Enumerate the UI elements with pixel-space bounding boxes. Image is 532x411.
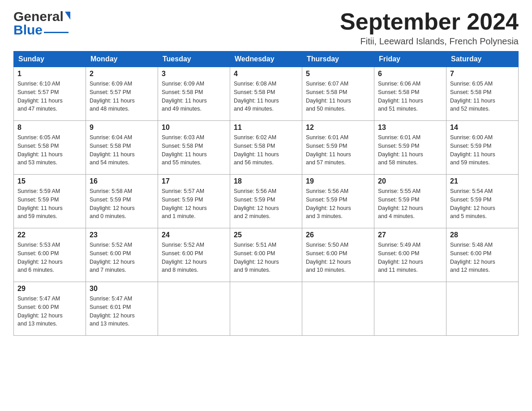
calendar-week-5: 29 Sunrise: 5:47 AM Sunset: 6:00 PM Dayl… [14,282,519,336]
logo-general-text: General [13,9,64,24]
calendar-cell: 26 Sunrise: 5:50 AM Sunset: 6:00 PM Dayl… [302,228,374,282]
calendar-cell: 11 Sunrise: 6:02 AM Sunset: 5:58 PM Dayl… [230,121,302,175]
logo-blue-text: Blue [13,22,43,38]
day-info: Sunrise: 5:53 AM Sunset: 6:00 PM Dayligh… [17,241,82,274]
day-number: 10 [162,124,226,132]
day-number: 25 [234,231,298,239]
calendar-cell: 19 Sunrise: 5:56 AM Sunset: 5:59 PM Dayl… [302,175,374,228]
day-number: 27 [378,231,442,239]
location-title: Fitii, Leeward Islands, French Polynesia [340,36,519,47]
calendar-cell: 17 Sunrise: 5:57 AM Sunset: 5:59 PM Dayl… [158,175,230,228]
page-header: General Blue September 2024 Fitii, Leewa… [13,9,519,47]
day-info: Sunrise: 6:04 AM Sunset: 5:58 PM Dayligh… [90,133,154,167]
day-info: Sunrise: 5:57 AM Sunset: 5:59 PM Dayligh… [162,187,226,221]
calendar-cell: 10 Sunrise: 6:03 AM Sunset: 5:58 PM Dayl… [158,121,230,175]
calendar-cell: 16 Sunrise: 5:58 AM Sunset: 5:59 PM Dayl… [86,175,158,228]
day-info: Sunrise: 5:56 AM Sunset: 5:59 PM Dayligh… [234,187,298,221]
day-number: 30 [90,285,154,293]
logo-underline [44,32,69,33]
calendar-cell: 8 Sunrise: 6:05 AM Sunset: 5:58 PM Dayli… [14,121,86,175]
logo: General Blue [13,9,70,38]
title-block: September 2024 Fitii, Leeward Islands, F… [340,9,519,47]
day-info: Sunrise: 6:08 AM Sunset: 5:58 PM Dayligh… [234,80,298,113]
day-number: 18 [234,177,298,185]
day-number: 11 [234,124,298,132]
day-number: 17 [162,177,226,185]
day-info: Sunrise: 5:55 AM Sunset: 5:59 PM Dayligh… [378,187,442,221]
day-number: 15 [17,177,82,185]
calendar-cell: 25 Sunrise: 5:51 AM Sunset: 6:00 PM Dayl… [230,228,302,282]
day-info: Sunrise: 5:52 AM Sunset: 6:00 PM Dayligh… [162,241,226,274]
day-number: 14 [450,124,515,132]
day-info: Sunrise: 5:48 AM Sunset: 6:00 PM Dayligh… [450,241,515,274]
calendar-week-1: 1 Sunrise: 6:10 AM Sunset: 5:57 PM Dayli… [14,67,519,121]
col-header-sunday: Sunday [14,51,86,67]
day-info: Sunrise: 6:09 AM Sunset: 5:58 PM Dayligh… [162,80,226,113]
calendar-cell [374,282,446,336]
col-header-friday: Friday [374,51,446,67]
calendar-cell: 5 Sunrise: 6:07 AM Sunset: 5:58 PM Dayli… [302,67,374,121]
calendar-table: SundayMondayTuesdayWednesdayThursdayFrid… [13,51,519,336]
calendar-cell: 3 Sunrise: 6:09 AM Sunset: 5:58 PM Dayli… [158,67,230,121]
day-number: 3 [162,70,226,78]
day-info: Sunrise: 6:05 AM Sunset: 5:58 PM Dayligh… [17,133,82,167]
calendar-cell: 13 Sunrise: 6:01 AM Sunset: 5:59 PM Dayl… [374,121,446,175]
calendar-cell: 28 Sunrise: 5:48 AM Sunset: 6:00 PM Dayl… [446,228,519,282]
calendar-cell: 12 Sunrise: 6:01 AM Sunset: 5:59 PM Dayl… [302,121,374,175]
day-info: Sunrise: 5:59 AM Sunset: 5:59 PM Dayligh… [17,187,82,221]
col-header-saturday: Saturday [446,51,519,67]
day-number: 9 [90,124,154,132]
day-info: Sunrise: 6:01 AM Sunset: 5:59 PM Dayligh… [306,133,370,167]
calendar-cell [230,282,302,336]
day-number: 29 [17,285,82,293]
day-info: Sunrise: 5:58 AM Sunset: 5:59 PM Dayligh… [90,187,154,221]
day-number: 7 [450,70,515,78]
calendar-cell: 24 Sunrise: 5:52 AM Sunset: 6:00 PM Dayl… [158,228,230,282]
day-number: 1 [17,70,82,78]
calendar-week-4: 22 Sunrise: 5:53 AM Sunset: 6:00 PM Dayl… [14,228,519,282]
calendar-cell [158,282,230,336]
day-number: 20 [378,177,442,185]
day-info: Sunrise: 6:00 AM Sunset: 5:59 PM Dayligh… [450,133,515,167]
calendar-week-3: 15 Sunrise: 5:59 AM Sunset: 5:59 PM Dayl… [14,175,519,228]
calendar-cell: 27 Sunrise: 5:49 AM Sunset: 6:00 PM Dayl… [374,228,446,282]
day-info: Sunrise: 5:49 AM Sunset: 6:00 PM Dayligh… [378,241,442,274]
col-header-monday: Monday [86,51,158,67]
col-header-thursday: Thursday [302,51,374,67]
col-header-tuesday: Tuesday [158,51,230,67]
calendar-cell: 9 Sunrise: 6:04 AM Sunset: 5:58 PM Dayli… [86,121,158,175]
calendar-cell [302,282,374,336]
day-info: Sunrise: 5:56 AM Sunset: 5:59 PM Dayligh… [306,187,370,221]
day-number: 21 [450,177,515,185]
day-info: Sunrise: 6:09 AM Sunset: 5:57 PM Dayligh… [90,80,154,113]
calendar-cell: 20 Sunrise: 5:55 AM Sunset: 5:59 PM Dayl… [374,175,446,228]
day-number: 28 [450,231,515,239]
calendar-cell: 18 Sunrise: 5:56 AM Sunset: 5:59 PM Dayl… [230,175,302,228]
day-number: 16 [90,177,154,185]
day-number: 22 [17,231,82,239]
day-info: Sunrise: 5:51 AM Sunset: 6:00 PM Dayligh… [234,241,298,274]
day-number: 4 [234,70,298,78]
day-info: Sunrise: 6:01 AM Sunset: 5:59 PM Dayligh… [378,133,442,167]
day-info: Sunrise: 5:52 AM Sunset: 6:00 PM Dayligh… [90,241,154,274]
day-info: Sunrise: 5:47 AM Sunset: 6:00 PM Dayligh… [17,295,82,328]
day-info: Sunrise: 6:10 AM Sunset: 5:57 PM Dayligh… [17,80,82,113]
calendar-cell: 14 Sunrise: 6:00 AM Sunset: 5:59 PM Dayl… [446,121,519,175]
calendar-cell: 4 Sunrise: 6:08 AM Sunset: 5:58 PM Dayli… [230,67,302,121]
calendar-cell: 21 Sunrise: 5:54 AM Sunset: 5:59 PM Dayl… [446,175,519,228]
calendar-week-2: 8 Sunrise: 6:05 AM Sunset: 5:58 PM Dayli… [14,121,519,175]
day-info: Sunrise: 6:03 AM Sunset: 5:58 PM Dayligh… [162,133,226,167]
day-info: Sunrise: 6:02 AM Sunset: 5:58 PM Dayligh… [234,133,298,167]
day-info: Sunrise: 5:50 AM Sunset: 6:00 PM Dayligh… [306,241,370,274]
day-info: Sunrise: 6:05 AM Sunset: 5:58 PM Dayligh… [450,80,515,113]
day-number: 6 [378,70,442,78]
calendar-cell: 1 Sunrise: 6:10 AM Sunset: 5:57 PM Dayli… [14,67,86,121]
day-number: 13 [378,124,442,132]
day-number: 24 [162,231,226,239]
calendar-cell: 6 Sunrise: 6:06 AM Sunset: 5:58 PM Dayli… [374,67,446,121]
calendar-cell [446,282,519,336]
day-number: 23 [90,231,154,239]
calendar-cell: 30 Sunrise: 5:47 AM Sunset: 6:01 PM Dayl… [86,282,158,336]
calendar-cell: 7 Sunrise: 6:05 AM Sunset: 5:58 PM Dayli… [446,67,519,121]
day-info: Sunrise: 5:47 AM Sunset: 6:01 PM Dayligh… [90,295,154,328]
